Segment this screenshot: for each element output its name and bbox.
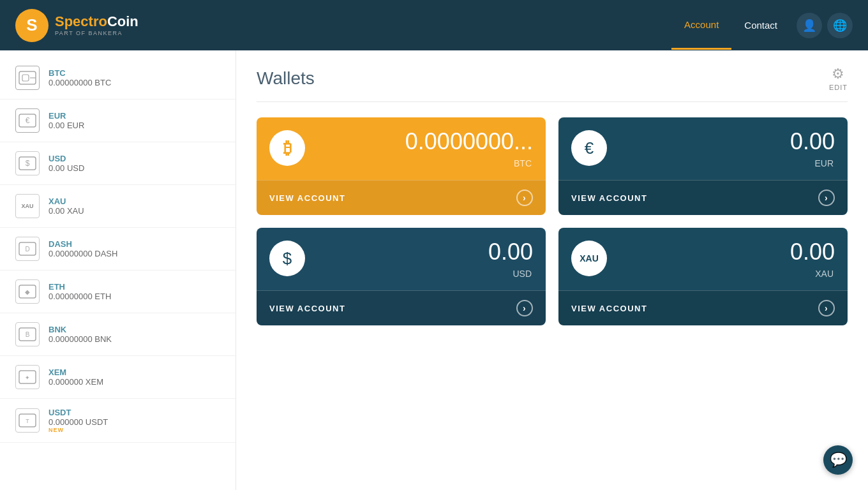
sidebar-usd-amount: 0.00 USD — [49, 163, 84, 173]
user-icon-button[interactable]: 👤 — [797, 13, 822, 38]
usd-view-account-label: VIEW ACCOUNT — [269, 304, 345, 313]
wallet-card-btc[interactable]: ₿ 0.0000000... BTC VIEW ACCOUNT › — [257, 117, 546, 215]
header-icons: 👤 🌐 — [797, 13, 853, 38]
svg-text:T: T — [26, 418, 29, 424]
svg-text:S: S — [26, 15, 37, 34]
svg-text:D: D — [25, 246, 29, 253]
sidebar-bnk-currency: BNK — [49, 325, 112, 334]
page-title: Wallets — [257, 68, 315, 89]
eur-arrow-icon: › — [818, 189, 835, 206]
nav-account[interactable]: Account — [671, 1, 731, 50]
globe-icon: 🌐 — [833, 19, 847, 33]
chat-button[interactable]: 💬 — [823, 445, 853, 475]
wallet-card-eur[interactable]: € 0.00 EUR VIEW ACCOUNT › — [558, 117, 848, 215]
svg-text:B: B — [26, 331, 30, 338]
sidebar-item-xau[interactable]: XAU XAU 0.00 XAU — [0, 185, 236, 228]
sidebar-usdt-badge: NEW — [49, 427, 108, 433]
xau-card-footer[interactable]: VIEW ACCOUNT › — [558, 290, 848, 325]
btc-card-currency: BTC — [315, 158, 533, 174]
sidebar-eur-amount: 0.00 EUR — [49, 121, 84, 130]
sidebar-item-xem-info: XEM 0.000000 XEM — [49, 368, 103, 387]
usd-arrow-icon: › — [516, 300, 533, 316]
svg-text:◆: ◆ — [25, 288, 30, 295]
sidebar-item-dash[interactable]: D DASH 0.00000000 DASH — [0, 228, 236, 271]
eur-amount-block: 0.00 EUR — [617, 130, 835, 174]
usd-card-footer[interactable]: VIEW ACCOUNT › — [257, 290, 546, 325]
sidebar-item-eth[interactable]: ◆ ETH 0.00000000 ETH — [0, 271, 236, 313]
btc-view-account-label: VIEW ACCOUNT — [269, 193, 345, 203]
sidebar-btc-currency: BTC — [49, 68, 111, 78]
svg-rect-3 — [22, 75, 29, 81]
bnk-wallet-icon: B — [15, 322, 40, 346]
sidebar-item-info: BTC 0.00000000 BTC — [49, 68, 111, 87]
sidebar-eur-currency: EUR — [49, 111, 84, 121]
wallets-grid: ₿ 0.0000000... BTC VIEW ACCOUNT › € 0.00 — [257, 117, 848, 325]
sidebar-bnk-amount: 0.00000000 BNK — [49, 334, 112, 344]
xem-wallet-icon: ✦ — [15, 365, 40, 389]
sidebar-item-usdt-info: USDT 0.000000 USDT NEW — [49, 408, 108, 433]
logo[interactable]: S SpectroCoin PART OF BANKERA — [15, 9, 138, 42]
wallets-header: Wallets ⚙ EDIT — [257, 66, 848, 102]
gear-icon: ⚙ — [832, 66, 845, 82]
logo-subtitle: PART OF BANKERA — [55, 30, 138, 36]
xau-amount-block: 0.00 XAU — [617, 241, 835, 284]
wallet-card-usd[interactable]: $ 0.00 USD VIEW ACCOUNT › — [257, 228, 546, 325]
layout: BTC 0.00000000 BTC € EUR 0.00 EUR $ USD … — [0, 50, 868, 490]
nav-contact[interactable]: Contact — [731, 2, 790, 48]
sidebar-item-usd[interactable]: $ USD 0.00 USD — [0, 142, 236, 185]
globe-icon-button[interactable]: 🌐 — [827, 13, 853, 38]
sidebar-dash-currency: DASH — [49, 239, 117, 249]
eur-card-footer[interactable]: VIEW ACCOUNT › — [558, 180, 848, 215]
main-content: Wallets ⚙ EDIT ₿ 0.0000000... BTC VIEW A… — [236, 50, 868, 490]
btc-amount-block: 0.0000000... BTC — [315, 130, 533, 174]
btc-arrow-icon: › — [516, 189, 533, 206]
usd-card-icon: $ — [269, 241, 305, 276]
svg-text:$: $ — [26, 159, 30, 168]
sidebar-item-eth-info: ETH 0.00000000 ETH — [49, 282, 111, 301]
sidebar-item-bnk[interactable]: B BNK 0.00000000 BNK — [0, 313, 236, 356]
eth-wallet-icon: ◆ — [15, 279, 40, 304]
sidebar-item-usdt[interactable]: T USDT 0.000000 USDT NEW — [0, 399, 236, 443]
usd-card-amount: 0.00 — [315, 241, 533, 264]
sidebar-usdt-amount: 0.000000 USDT — [49, 417, 108, 427]
header: S SpectroCoin PART OF BANKERA Account Co… — [0, 0, 868, 50]
eur-card-currency: EUR — [617, 158, 835, 174]
card-top-usd: $ 0.00 USD — [257, 228, 546, 290]
btc-wallet-icon — [15, 66, 40, 90]
xau-card-amount: 0.00 — [617, 241, 835, 264]
logo-icon: S — [15, 9, 49, 42]
usd-amount-block: 0.00 USD — [315, 241, 533, 284]
card-top-xau: XAU 0.00 XAU — [558, 228, 848, 290]
xau-wallet-icon: XAU — [15, 194, 40, 218]
sidebar: BTC 0.00000000 BTC € EUR 0.00 EUR $ USD … — [0, 50, 236, 490]
sidebar-eth-currency: ETH — [49, 282, 111, 292]
edit-label: EDIT — [829, 84, 848, 91]
svg-text:✦: ✦ — [25, 375, 30, 381]
logo-text: SpectroCoin PART OF BANKERA — [55, 14, 138, 36]
btc-card-amount: 0.0000000... — [315, 130, 533, 153]
sidebar-usd-currency: USD — [49, 154, 84, 163]
sidebar-xem-amount: 0.000000 XEM — [49, 377, 103, 387]
sidebar-eth-amount: 0.00000000 ETH — [49, 292, 111, 301]
usd-card-currency: USD — [315, 269, 533, 284]
sidebar-item-xau-info: XAU 0.00 XAU — [49, 197, 84, 216]
sidebar-item-xem[interactable]: ✦ XEM 0.000000 XEM — [0, 356, 236, 399]
sidebar-item-eur-info: EUR 0.00 EUR — [49, 111, 84, 130]
wallet-card-xau[interactable]: XAU 0.00 XAU VIEW ACCOUNT › — [558, 228, 848, 325]
sidebar-item-eur[interactable]: € EUR 0.00 EUR — [0, 100, 236, 142]
eur-card-amount: 0.00 — [617, 130, 835, 153]
sidebar-dash-amount: 0.00000000 DASH — [49, 249, 117, 258]
sidebar-item-btc[interactable]: BTC 0.00000000 BTC — [0, 57, 236, 100]
xau-arrow-icon: › — [818, 300, 835, 316]
edit-button[interactable]: ⚙ EDIT — [829, 66, 848, 91]
btc-card-footer[interactable]: VIEW ACCOUNT › — [257, 180, 546, 215]
dash-wallet-icon: D — [15, 237, 40, 261]
sidebar-item-usd-info: USD 0.00 USD — [49, 154, 84, 173]
btc-card-icon: ₿ — [269, 130, 305, 166]
svg-text:€: € — [26, 116, 30, 125]
sidebar-item-bnk-info: BNK 0.00000000 BNK — [49, 325, 112, 344]
chat-icon: 💬 — [830, 452, 847, 468]
card-top-btc: ₿ 0.0000000... BTC — [257, 117, 546, 180]
xau-view-account-label: VIEW ACCOUNT — [571, 304, 647, 313]
eur-card-icon: € — [571, 130, 607, 166]
